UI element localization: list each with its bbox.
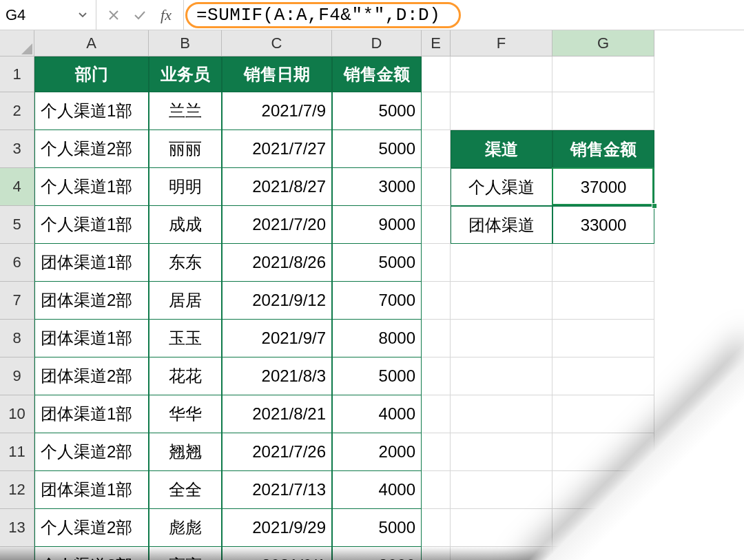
insert-function-button[interactable]: fx bbox=[154, 4, 178, 26]
cell-A10[interactable]: 团体渠道1部 bbox=[34, 395, 149, 433]
cell-G11[interactable] bbox=[552, 433, 654, 471]
cell-G2[interactable] bbox=[552, 92, 654, 130]
cell-C7[interactable]: 2021/9/12 bbox=[222, 282, 332, 320]
cell-E2[interactable] bbox=[422, 92, 451, 130]
enter-button[interactable] bbox=[127, 4, 152, 26]
cell-E9[interactable] bbox=[422, 357, 451, 395]
summary-header-channel[interactable]: 渠道 bbox=[451, 130, 552, 168]
cell-G6[interactable] bbox=[552, 244, 654, 282]
cell-G7[interactable] bbox=[552, 282, 654, 320]
cell-A5[interactable]: 个人渠道1部 bbox=[34, 206, 149, 244]
select-all-corner[interactable] bbox=[0, 30, 34, 56]
cell-A2[interactable]: 个人渠道1部 bbox=[34, 92, 149, 130]
cell-B10[interactable]: 华华 bbox=[149, 395, 222, 433]
formula-input-wrap[interactable]: =SUMIF(A:A,F4&"*",D:D) bbox=[184, 0, 744, 30]
cell-D2[interactable]: 5000 bbox=[332, 92, 422, 130]
cell-A11[interactable]: 个人渠道2部 bbox=[34, 433, 149, 471]
row-header-7[interactable]: 7 bbox=[0, 282, 34, 320]
cell-B13[interactable]: 彪彪 bbox=[149, 509, 222, 547]
cell-D5[interactable]: 9000 bbox=[332, 206, 422, 244]
col-header-B[interactable]: B bbox=[149, 30, 222, 56]
cell-D7[interactable]: 7000 bbox=[332, 282, 422, 320]
cell-B2[interactable]: 兰兰 bbox=[149, 92, 222, 130]
row-header-11[interactable]: 11 bbox=[0, 433, 34, 471]
cell-B14[interactable]: 亮亮 bbox=[149, 547, 222, 560]
cancel-button[interactable] bbox=[101, 4, 126, 26]
col-header-C[interactable]: C bbox=[222, 30, 332, 56]
cell-C2[interactable]: 2021/7/9 bbox=[222, 92, 332, 130]
cell-A8[interactable]: 团体渠道1部 bbox=[34, 320, 149, 357]
summary-header-amount[interactable]: 销售金额 bbox=[552, 130, 654, 168]
cell-C4[interactable]: 2021/8/27 bbox=[222, 168, 332, 206]
header-salesperson[interactable]: 业务员 bbox=[149, 56, 222, 92]
cell-F9[interactable] bbox=[451, 357, 552, 395]
cell-F1[interactable] bbox=[451, 56, 552, 92]
row-header-3[interactable]: 3 bbox=[0, 130, 34, 168]
row-header-9[interactable]: 9 bbox=[0, 357, 34, 395]
cell-F8[interactable] bbox=[451, 320, 552, 357]
cell-F12[interactable] bbox=[451, 471, 552, 509]
cell-E7[interactable] bbox=[422, 282, 451, 320]
col-header-G[interactable]: G bbox=[552, 30, 654, 56]
cell-E3[interactable] bbox=[422, 130, 451, 168]
cell-E1[interactable] bbox=[422, 56, 451, 92]
cell-G13[interactable] bbox=[552, 509, 654, 547]
cell-B9[interactable]: 花花 bbox=[149, 357, 222, 395]
cell-D3[interactable]: 5000 bbox=[332, 130, 422, 168]
cell-E6[interactable] bbox=[422, 244, 451, 282]
cell-E5[interactable] bbox=[422, 206, 451, 244]
cell-C11[interactable]: 2021/7/26 bbox=[222, 433, 332, 471]
cell-C13[interactable]: 2021/9/29 bbox=[222, 509, 332, 547]
cell-B4[interactable]: 明明 bbox=[149, 168, 222, 206]
row-header-12[interactable]: 12 bbox=[0, 471, 34, 509]
cell-B8[interactable]: 玉玉 bbox=[149, 320, 222, 357]
cell-G14[interactable] bbox=[552, 547, 654, 560]
cell-E13[interactable] bbox=[422, 509, 451, 547]
cell-D10[interactable]: 4000 bbox=[332, 395, 422, 433]
cell-G1[interactable] bbox=[552, 56, 654, 92]
cell-G5[interactable]: 33000 bbox=[552, 206, 654, 244]
cell-D6[interactable]: 5000 bbox=[332, 244, 422, 282]
col-header-E[interactable]: E bbox=[422, 30, 451, 56]
cell-A3[interactable]: 个人渠道2部 bbox=[34, 130, 149, 168]
header-department[interactable]: 部门 bbox=[34, 56, 149, 92]
cell-F14[interactable] bbox=[451, 547, 552, 560]
cell-B7[interactable]: 居居 bbox=[149, 282, 222, 320]
cell-D12[interactable]: 4000 bbox=[332, 471, 422, 509]
cell-A14[interactable]: 个人渠道2部 bbox=[34, 547, 149, 560]
row-header-4[interactable]: 4 bbox=[0, 168, 34, 206]
cell-F10[interactable] bbox=[451, 395, 552, 433]
row-header-10[interactable]: 10 bbox=[0, 395, 34, 433]
cell-C9[interactable]: 2021/8/3 bbox=[222, 357, 332, 395]
cell-A4[interactable]: 个人渠道1部 bbox=[34, 168, 149, 206]
spreadsheet-grid[interactable]: A B C D E F G 1 部门 业务员 销售日期 销售金额 2 个人渠道1… bbox=[0, 30, 744, 560]
cell-B3[interactable]: 丽丽 bbox=[149, 130, 222, 168]
cell-F2[interactable] bbox=[451, 92, 552, 130]
cell-C12[interactable]: 2021/7/13 bbox=[222, 471, 332, 509]
cell-B6[interactable]: 东东 bbox=[149, 244, 222, 282]
cell-G10[interactable] bbox=[552, 395, 654, 433]
cell-E11[interactable] bbox=[422, 433, 451, 471]
cell-D9[interactable]: 5000 bbox=[332, 357, 422, 395]
cell-G4[interactable]: 37000 bbox=[552, 168, 654, 206]
cell-D11[interactable]: 2000 bbox=[332, 433, 422, 471]
cell-D13[interactable]: 5000 bbox=[332, 509, 422, 547]
cell-C3[interactable]: 2021/7/27 bbox=[222, 130, 332, 168]
cell-F7[interactable] bbox=[451, 282, 552, 320]
row-header-6[interactable]: 6 bbox=[0, 244, 34, 282]
col-header-F[interactable]: F bbox=[451, 30, 552, 56]
cell-A6[interactable]: 团体渠道1部 bbox=[34, 244, 149, 282]
cell-E12[interactable] bbox=[422, 471, 451, 509]
cell-F6[interactable] bbox=[451, 244, 552, 282]
cell-E10[interactable] bbox=[422, 395, 451, 433]
cell-E4[interactable] bbox=[422, 168, 451, 206]
cell-C14[interactable]: 2021/9/1 bbox=[222, 547, 332, 560]
cell-F5[interactable]: 团体渠道 bbox=[451, 206, 552, 244]
cell-C8[interactable]: 2021/9/7 bbox=[222, 320, 332, 357]
cell-F4[interactable]: 个人渠道 bbox=[451, 168, 552, 206]
row-header-2[interactable]: 2 bbox=[0, 92, 34, 130]
cell-F13[interactable] bbox=[451, 509, 552, 547]
fill-handle[interactable] bbox=[652, 203, 657, 209]
col-header-A[interactable]: A bbox=[34, 30, 149, 56]
row-header-8[interactable]: 8 bbox=[0, 320, 34, 357]
